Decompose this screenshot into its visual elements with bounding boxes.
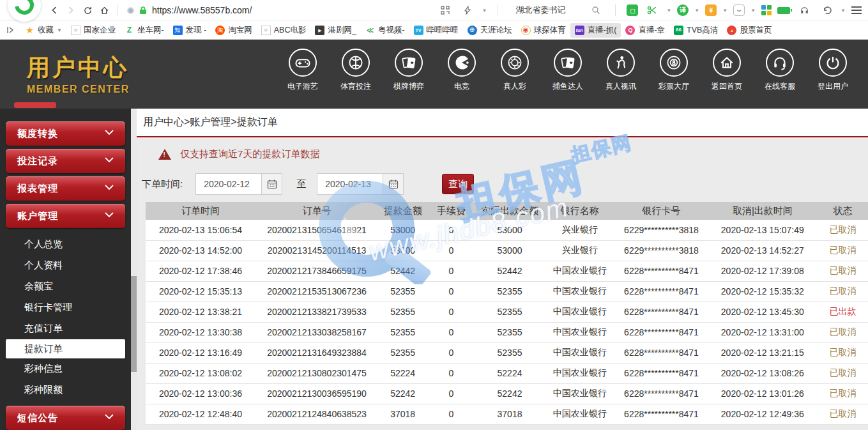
bookmark-item[interactable]: 知 发现 - (169, 23, 211, 38)
url-text[interactable]: https://www.58557b.com/ (152, 5, 252, 15)
sidebar-submenu-item[interactable]: 充值订单 (0, 318, 131, 339)
sidebar-group-button[interactable]: 投注记录 (6, 149, 125, 173)
query-button[interactable]: 查询 (442, 174, 474, 194)
cell-order-time: 2020-02-12 13:16:49 (146, 342, 255, 363)
bookmark-item[interactable]: ⊕ 天涯论坛 (463, 23, 517, 38)
sidebar-submenu-item[interactable]: 彩种限额 (0, 380, 131, 401)
sidebar-submenu-item[interactable]: 余额宝 (0, 276, 131, 297)
bookmark-label: 直播-章 (638, 25, 665, 36)
nav-item[interactable]: 棋牌博弈 (392, 49, 425, 92)
nav-item[interactable]: 返回首页 (710, 49, 743, 92)
sidebar-submenu-item[interactable]: 个人总览 (0, 234, 131, 255)
status-badge: 已取消 (818, 322, 868, 342)
nav-item[interactable]: 在线客服 (763, 49, 796, 92)
date-from-input[interactable] (195, 173, 262, 195)
cell-done-time: 2020-02-13 15:07:49 (708, 220, 818, 240)
cell-actual: 52242 (475, 383, 545, 404)
nav-icon (501, 49, 529, 77)
nav-item[interactable]: 真人视讯 (604, 49, 637, 92)
cell-amount: 52355 (378, 302, 427, 322)
chevron-down-icon[interactable]: ▼ (666, 8, 671, 13)
status-badge: 已取消 (818, 240, 868, 261)
cell-order-no: 20200212130036595190 (255, 383, 378, 404)
extensions-grid-icon[interactable] (761, 5, 772, 15)
bookmark-item[interactable]: 淘 淘宝网 (211, 23, 257, 38)
bookmark-item[interactable]: ≡ ABC电影 (257, 23, 311, 38)
status-badge: 已取消 (818, 342, 868, 363)
headset-icon[interactable] (796, 2, 812, 19)
battery-icon[interactable] (777, 7, 790, 14)
sidebar-group-button[interactable]: 额度转换 (6, 121, 125, 146)
back-button[interactable] (46, 2, 63, 19)
bookmark-item[interactable]: ▶ 港剧网_ (310, 23, 360, 38)
sidebar-submenu-item[interactable]: 个人资料 (0, 255, 131, 276)
search-input[interactable]: 湖北省委书记 (515, 4, 565, 16)
translate-icon[interactable]: 译 (677, 4, 689, 16)
browser-logo[interactable] (8, 0, 41, 22)
qr-grid-icon[interactable] (437, 2, 453, 19)
address-bar[interactable]: https://www.58557b.com/ (123, 5, 437, 15)
sidebar-submenu-item[interactable]: 彩种信息 (0, 358, 131, 380)
breadcrumb-bar: 用户中心>账户管理>提款订单 (137, 109, 868, 137)
nav-item[interactable]: 电子游艺 (286, 49, 319, 92)
sidebar-submenu-item[interactable]: 银行卡管理 (0, 297, 131, 318)
chevron-down-icon[interactable]: ▼ (694, 8, 699, 13)
search-icon[interactable] (588, 2, 604, 19)
bookmark-item[interactable]: ≪ 粤视频- (361, 23, 409, 38)
collapse-sidebar-icon[interactable] (4, 24, 17, 36)
col-order-no: 订单号 (255, 202, 378, 220)
calendar-icon[interactable] (383, 173, 404, 195)
game-center-icon[interactable]: ⌣ (733, 4, 745, 16)
bookmark-item[interactable]: TV 哔哩哔哩 (409, 23, 463, 38)
quick-launch-icon[interactable] (459, 2, 476, 19)
cell-actual: 53000 (475, 220, 545, 240)
sidebar-submenu-item[interactable]: 提款订单 (6, 339, 125, 358)
screenshot-scissors-icon[interactable] (644, 2, 660, 19)
bookmark-item[interactable]: fun 直播-抓( (570, 23, 621, 38)
sidebar-group-button[interactable]: 账户管理 (6, 204, 125, 228)
nav-icon (766, 49, 794, 77)
date-to-input[interactable] (317, 173, 383, 195)
orders-table: 订单时间 订单号 提款金额 手续费 实际出款金额 银行名称 银行卡号 取消|出款… (146, 202, 868, 425)
bookmark-item[interactable]: ▲ 股票首页 (722, 23, 776, 38)
chevron-down-icon[interactable]: ▼ (722, 8, 727, 13)
nav-item[interactable]: 登出用户 (816, 49, 849, 92)
bookmark-label: 股票首页 (740, 25, 772, 36)
bookmark-item[interactable]: Z 坐车网- (120, 23, 169, 38)
wallet-shield-icon[interactable]: ¥ (705, 4, 717, 16)
sidebar-group-button-sms[interactable]: 短信公告 (6, 406, 125, 430)
forward-button[interactable] (63, 2, 79, 19)
chevron-down-icon[interactable]: ▼ (750, 8, 756, 13)
status-badge: 已出款 (818, 302, 868, 322)
nav-item[interactable]: 电竞 (445, 49, 478, 92)
logo-title: 用户中心 (27, 52, 130, 84)
bookmark-item[interactable]: Q 直播-章 (621, 23, 669, 38)
bookmark-item[interactable]: 66 TVB高清 (669, 23, 722, 38)
cell-order-no: 20200212131649323884 (255, 342, 378, 363)
home-button[interactable] (96, 2, 112, 19)
reader-mode-icon[interactable] (127, 7, 134, 14)
favorites-button[interactable]: ★ 收藏 ▼ (20, 23, 66, 38)
chevron-down-icon[interactable]: ▼ (482, 8, 487, 13)
bookmark-item[interactable]: ◉ 球探体育 (517, 23, 570, 38)
cell-order-time: 2020-02-12 13:08:02 (146, 363, 255, 383)
sidebar-group-button[interactable]: 报表管理 (6, 176, 125, 201)
sidebar-group-label: 投注记录 (6, 155, 58, 167)
app-icon[interactable]: ◻ (627, 4, 638, 16)
refresh-button[interactable] (79, 2, 96, 19)
menu-icon[interactable] (851, 6, 862, 14)
bookmark-item[interactable]: ≡ 国家企业 (66, 23, 120, 38)
table-header-row: 订单时间 订单号 提款金额 手续费 实际出款金额 银行名称 银行卡号 取消|出款… (146, 202, 868, 220)
cell-order-no: 20200212130802301475 (255, 363, 378, 383)
nav-item[interactable]: 捕鱼达人 (551, 49, 584, 92)
sidebar-scrollbar[interactable] (131, 109, 137, 430)
nav-item[interactable]: 彩票大厅 (657, 49, 690, 92)
undo-icon[interactable] (818, 2, 835, 19)
col-fee: 手续费 (427, 202, 475, 220)
scrollbar-thumb[interactable] (131, 276, 137, 372)
calendar-icon[interactable] (262, 173, 282, 195)
nav-item[interactable]: 真人彩 (498, 49, 531, 92)
chevron-down-icon[interactable]: ▼ (841, 8, 846, 13)
nav-item[interactable]: 体育投注 (339, 49, 372, 92)
cell-done-time: 2020-02-12 12:49:36 (708, 404, 818, 424)
